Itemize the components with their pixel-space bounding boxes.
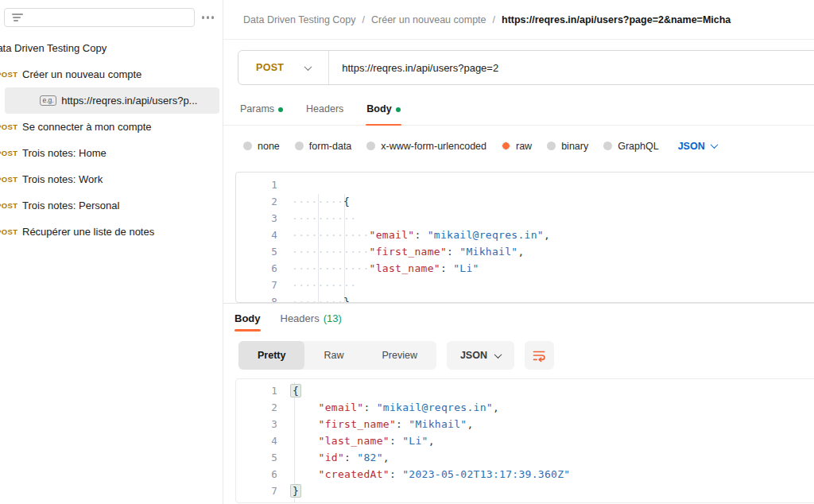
code-line: 7·········· xyxy=(236,277,814,293)
code-line: 2········{ xyxy=(236,193,814,210)
method-badge: POST xyxy=(0,149,22,157)
params-dot xyxy=(278,107,283,112)
radio-icon xyxy=(295,142,304,150)
sidebar-request-notes-personal[interactable]: POST Trois notes: Personal xyxy=(0,192,223,219)
radio-urlencoded[interactable]: x-www-form-urlencoded xyxy=(366,141,486,152)
view-raw[interactable]: Raw xyxy=(304,341,362,370)
collection-item[interactable]: Data Driven Testing Copy xyxy=(0,35,223,61)
code-line: 6 "createdAt": "2023-05-02T13:17:39.360Z… xyxy=(236,466,814,483)
sidebar-request-creer[interactable]: POST Créer un nouveau compte xyxy=(0,61,223,87)
response-body-viewer[interactable]: 1{ 2 "email": "mikail@reqres.in", 3 "fir… xyxy=(235,378,814,503)
code-line: 2 "email": "mikail@reqres.in", xyxy=(236,399,814,416)
request-label: Créer un nouveau compte xyxy=(22,68,141,80)
code-line: 3 "first_name": "Mikhail", xyxy=(236,416,814,432)
radio-icon xyxy=(547,142,556,150)
example-label: https://reqres.in/api/users?p... xyxy=(61,95,197,107)
view-preview[interactable]: Preview xyxy=(362,341,436,370)
method-badge: POST xyxy=(0,70,22,79)
collection-label: Data Driven Testing Copy xyxy=(0,42,107,54)
headers-count: (13) xyxy=(324,312,342,324)
breadcrumb-current: https://reqres.in/api/users?page=2&name=… xyxy=(502,14,731,25)
radio-icon-selected xyxy=(502,142,510,150)
more-options-icon[interactable] xyxy=(195,11,219,24)
sidebar-request-liste-notes[interactable]: POST Récupérer une liste de notes xyxy=(0,219,223,245)
wrap-text-button[interactable] xyxy=(525,341,554,370)
bracket-highlight: { xyxy=(290,384,301,397)
response-tab-headers[interactable]: Headers (13) xyxy=(281,304,342,332)
collection-tree: Data Driven Testing Copy POST Créer un n… xyxy=(0,35,223,245)
bracket-highlight: } xyxy=(290,484,301,498)
body-dot xyxy=(396,107,401,112)
sidebar-example-item[interactable]: e.g. https://reqres.in/api/users?p... xyxy=(5,87,219,114)
radio-icon xyxy=(366,142,375,150)
collections-sidebar: Data Driven Testing Copy POST Créer un n… xyxy=(0,0,223,504)
breadcrumb-request[interactable]: Créer un nouveau compte xyxy=(371,14,486,25)
url-input[interactable]: https://reqres.in/api/users?page=2 xyxy=(329,62,498,74)
radio-icon xyxy=(603,142,612,150)
code-line: 1 xyxy=(236,176,814,193)
code-line: 4············"email": "mikail@reqres.in"… xyxy=(236,227,814,243)
code-line: 4 "last_name": "Li", xyxy=(236,432,814,449)
method-label: POST xyxy=(256,62,284,73)
breadcrumb: Data Driven Testing Copy / Créer un nouv… xyxy=(223,0,814,40)
chevron-down-icon xyxy=(710,141,718,149)
method-badge: POST xyxy=(0,201,22,210)
method-dropdown[interactable]: POST xyxy=(238,62,328,73)
chevron-down-icon xyxy=(304,63,312,71)
tab-body[interactable]: Body xyxy=(366,103,400,125)
response-tab-body[interactable]: Body xyxy=(235,304,261,332)
response-toolbar: Pretty Raw Preview JSON xyxy=(223,341,814,370)
url-bar: POST https://reqres.in/api/users?page=2 xyxy=(238,50,814,85)
code-line: 1{ xyxy=(236,382,814,399)
radio-none[interactable]: none xyxy=(243,141,280,152)
request-panel: Data Driven Testing Copy / Créer un nouv… xyxy=(223,0,814,504)
code-line: 8········} xyxy=(236,293,814,303)
breadcrumb-collection[interactable]: Data Driven Testing Copy xyxy=(243,14,356,25)
body-language-dropdown[interactable]: JSON xyxy=(678,141,717,152)
example-badge: e.g. xyxy=(40,95,56,106)
code-line: 6············"last_name": "Li" xyxy=(236,260,814,277)
radio-binary[interactable]: binary xyxy=(547,141,588,152)
request-label: Trois notes: Work xyxy=(22,173,103,185)
request-label: Trois notes: Personal xyxy=(22,200,119,211)
code-line: 5 "id": "82", xyxy=(236,449,814,466)
radio-form-data[interactable]: form-data xyxy=(295,141,352,152)
method-badge: POST xyxy=(0,122,22,131)
code-line: 3·········· xyxy=(236,210,814,227)
radio-raw[interactable]: raw xyxy=(502,141,532,152)
radio-graphql[interactable]: GraphQL xyxy=(603,141,658,152)
sidebar-request-notes-home[interactable]: POST Trois notes: Home xyxy=(0,140,223,166)
method-badge: POST xyxy=(0,175,22,184)
code-line: 7} xyxy=(236,483,814,499)
radio-icon xyxy=(243,142,252,150)
view-pretty[interactable]: Pretty xyxy=(238,341,304,370)
request-label: Trois notes: Home xyxy=(22,147,107,159)
filter-icon xyxy=(12,14,23,21)
request-tabs: Params Headers Body xyxy=(223,85,814,126)
code-line: 5············"first_name": "Mikhail", xyxy=(236,243,814,260)
request-label: Se connecter à mon compte xyxy=(22,121,152,133)
method-badge: POST xyxy=(0,227,22,236)
sidebar-request-notes-work[interactable]: POST Trois notes: Work xyxy=(0,166,223,192)
tab-headers[interactable]: Headers xyxy=(306,103,343,125)
sidebar-search-row xyxy=(0,8,223,27)
response-language-dropdown[interactable]: JSON xyxy=(447,341,514,370)
body-type-row: none form-data x-www-form-urlencoded raw… xyxy=(223,126,814,166)
sidebar-request-connecter[interactable]: POST Se connecter à mon compte xyxy=(0,114,223,140)
tab-params[interactable]: Params xyxy=(240,103,283,125)
response-tabs: Body Headers (13) xyxy=(223,304,814,332)
wrap-text-icon xyxy=(532,348,546,362)
request-body-editor[interactable]: 1 2········{ 3·········· 4············"e… xyxy=(235,172,814,303)
filter-input[interactable] xyxy=(4,8,195,27)
request-label: Récupérer une liste de notes xyxy=(22,226,154,238)
chevron-down-icon xyxy=(494,351,502,359)
view-switcher: Pretty Raw Preview xyxy=(238,341,436,370)
